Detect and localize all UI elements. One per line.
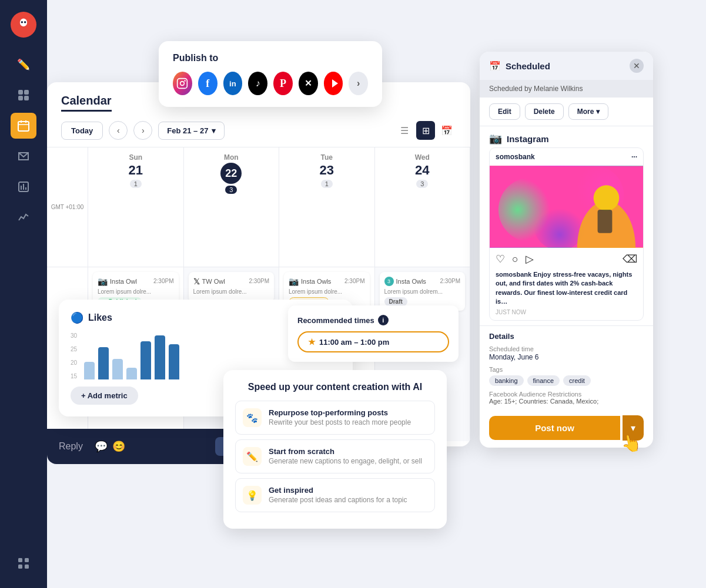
list-view-button[interactable]: ☰ [395, 121, 414, 140]
svg-rect-30 [598, 210, 613, 233]
tag-finance: finance [527, 375, 560, 386]
sidebar-item-analytics[interactable] [11, 204, 36, 230]
svg-rect-4 [18, 90, 23, 95]
svg-rect-7 [24, 96, 29, 100]
scratch-desc: Generate new captions to engage, delight… [269, 457, 422, 465]
post-caption: somosbank Enjoy stress-free vacays, nigh… [490, 270, 643, 309]
reply-label: Reply [59, 441, 83, 452]
calendar-day-mon: Mon 22 3 [184, 147, 280, 267]
grid-view-button[interactable]: ⊞ [416, 121, 435, 140]
svg-marker-23 [332, 79, 338, 88]
repurpose-icon: 🐾 [243, 408, 262, 427]
scheduled-title: Scheduled [506, 61, 625, 71]
metrics-title: Likes [88, 313, 112, 323]
sidebar-item-inbox[interactable] [11, 143, 36, 169]
list-item[interactable]: 𝕏 TW Owl 2:30PM Lorem ipsum dolre... [189, 272, 275, 302]
inspired-title: Get inspired [269, 486, 407, 495]
inspired-desc: Generate post ideas and captions for a t… [269, 496, 407, 504]
sidebar-item-apps[interactable] [11, 550, 36, 576]
youtube-icon[interactable] [324, 72, 343, 95]
close-button[interactable]: ✕ [630, 59, 644, 73]
bar-2 [98, 347, 109, 379]
prev-button[interactable]: ‹ [109, 121, 128, 140]
scheduled-by: Scheduled by Melanie Wilkins [480, 80, 653, 98]
post-image [490, 166, 643, 248]
date-range-button[interactable]: Feb 21 – 27 ▾ [158, 122, 225, 140]
svg-rect-19 [25, 565, 29, 569]
chart-y-labels: 30 25 20 15 [71, 332, 77, 379]
svg-rect-20 [178, 79, 188, 89]
bar-3 [112, 359, 123, 379]
tags-row: Tags banking finance credit [489, 366, 644, 386]
bar-7 [169, 344, 179, 379]
add-metric-button[interactable]: + Add metric [71, 387, 138, 405]
post-details: Details Scheduled time Monday, June 6 Ta… [480, 325, 653, 415]
edit-button[interactable]: Edit [489, 103, 520, 120]
time-slot-button[interactable]: ★ 11:00 am – 1:00 pm [297, 331, 449, 352]
svg-point-29 [594, 185, 620, 211]
sidebar-item-reports[interactable] [11, 174, 36, 200]
svg-point-3 [24, 21, 26, 23]
post-preview: somosbank ··· [489, 147, 644, 321]
bookmark-icon[interactable]: ⌫ [623, 253, 637, 266]
star-icon: ★ [308, 337, 316, 347]
share-icon[interactable]: ▷ [526, 253, 534, 266]
facebook-icon[interactable]: f [198, 72, 218, 95]
comment-icon[interactable]: ○ [512, 253, 518, 266]
publish-to-card: Publish to f in ♪ P ✕ [159, 41, 382, 107]
ai-content-card: Speed up your content creation with AI 🐾… [223, 370, 447, 529]
cal-view-button[interactable]: 📅 [437, 121, 456, 140]
more-button[interactable]: More ▾ [568, 103, 609, 120]
bar-5 [140, 341, 151, 379]
instagram-header: 📷 Instagram [480, 126, 653, 147]
next-button[interactable]: › [133, 121, 152, 140]
inspired-option[interactable]: 💡 Get inspired Generate post ideas and c… [235, 478, 435, 512]
scheduled-panel: 📅 Scheduled ✕ Scheduled by Melanie Wilki… [480, 52, 653, 448]
bar-chart [84, 332, 179, 379]
recommended-times-panel: Recommended times i ★ 11:00 am – 1:00 pm [288, 305, 459, 362]
delete-button[interactable]: Delete [525, 103, 564, 120]
scratch-title: Start from scratch [269, 447, 422, 456]
restrictions-row: Facebook Audience Restrictions Age: 15+;… [489, 391, 644, 405]
repurpose-title: Repurpose top-performing posts [269, 408, 411, 417]
bar-6 [155, 335, 165, 379]
chevron-down-icon: ▾ [596, 107, 600, 116]
chat-icon[interactable]: 💬 [95, 440, 108, 453]
list-item[interactable]: 3 Insta Owls 2:30PM Lorem ipsum dolrem..… [380, 272, 466, 311]
ai-card-title: Speed up your content creation with AI [235, 382, 435, 392]
scheduled-header: 📅 Scheduled ✕ [480, 52, 653, 80]
emoji-icon[interactable]: 😊 [112, 440, 125, 453]
more-networks-button[interactable]: › [349, 72, 368, 95]
instagram-icon[interactable] [173, 72, 192, 95]
chevron-down-icon: ▾ [212, 126, 216, 135]
info-icon[interactable]: i [378, 315, 389, 325]
post-now-button[interactable]: Post now [489, 416, 620, 440]
scheduled-actions: Edit Delete More ▾ [480, 98, 653, 126]
sidebar: ✏️ [0, 0, 47, 588]
post-menu-icon[interactable]: ··· [631, 153, 637, 161]
social-network-list: f in ♪ P ✕ › [173, 72, 368, 95]
sidebar-item-dashboard[interactable] [11, 82, 36, 108]
sidebar-logo[interactable] [11, 12, 36, 38]
bar-1 [84, 362, 95, 379]
scratch-option[interactable]: ✏️ Start from scratch Generate new capti… [235, 439, 435, 473]
pinterest-icon[interactable]: P [273, 72, 293, 95]
gmt-label: GMT +01:00 [47, 147, 88, 267]
svg-rect-18 [18, 565, 22, 569]
tag-banking: banking [489, 375, 524, 386]
repurpose-option[interactable]: 🐾 Repurpose top-performing posts Rewrite… [235, 401, 435, 435]
svg-rect-8 [18, 122, 29, 131]
tiktok-icon[interactable]: ♪ [248, 72, 267, 95]
scratch-icon: ✏️ [243, 447, 262, 466]
linkedin-icon[interactable]: in [223, 72, 243, 95]
calendar-day-sun: Sun 21 1 [88, 147, 184, 267]
calendar-day-wed: Wed 24 3 [375, 147, 471, 267]
inspired-icon: 💡 [243, 486, 262, 505]
sidebar-item-calendar[interactable] [11, 113, 36, 139]
calendar-day-tue: Tue 23 1 [279, 147, 375, 267]
post-time: JUST NOW [490, 309, 643, 320]
sidebar-item-compose[interactable]: ✏️ [11, 52, 36, 78]
x-twitter-icon[interactable]: ✕ [299, 72, 318, 95]
heart-icon[interactable]: ♡ [496, 253, 505, 266]
today-button[interactable]: Today [61, 122, 103, 140]
